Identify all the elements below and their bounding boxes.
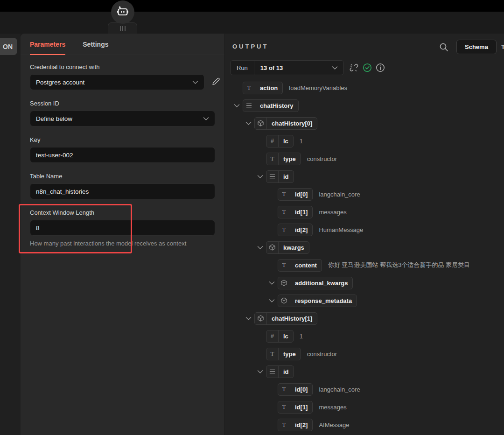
credential-select-value: Postgres account <box>36 79 84 86</box>
parameters-panel: Parameters Settings Credential to connec… <box>21 34 224 435</box>
string-type-icon: T <box>266 348 279 360</box>
tree-key-pill[interactable]: Tid[0] <box>278 188 313 201</box>
output-panel: OUTPUT Schema T Run 13 of 13 <box>224 34 504 435</box>
session-id-select[interactable]: Define below <box>30 111 215 126</box>
unlink-runs-icon[interactable] <box>349 63 358 72</box>
field-context-window-length: Context Window Length How many past inte… <box>30 209 215 247</box>
node-detail-view: ON Parameters Settings Credential to con… <box>0 0 504 435</box>
tree-row: chatHistory[1] <box>225 309 504 327</box>
table-name-label: Table Name <box>30 173 215 180</box>
key-input[interactable] <box>30 147 215 163</box>
table-name-input[interactable] <box>30 183 215 199</box>
input-view-tab-json[interactable]: ON <box>0 38 17 55</box>
node-badge[interactable] <box>111 0 134 24</box>
tree-value: messages <box>319 209 346 216</box>
chevron-down-icon[interactable] <box>269 281 278 285</box>
tree-key-label: id[1] <box>290 209 312 216</box>
chevron-down-icon[interactable] <box>245 121 254 126</box>
search-icon[interactable] <box>439 42 448 52</box>
number-type-icon: # <box>266 330 279 342</box>
output-schema-tree: TactionloadMemoryVariableschatHistorycha… <box>225 79 504 435</box>
tab-settings[interactable]: Settings <box>83 34 108 55</box>
tree-key-label: type <box>279 155 301 162</box>
context-window-length-input[interactable] <box>30 220 215 236</box>
tree-key-pill[interactable]: #lc <box>266 330 294 343</box>
string-type-icon: T <box>278 401 290 413</box>
tree-row: TactionloadMemoryVariables <box>225 79 504 97</box>
chevron-down-icon[interactable] <box>257 175 266 179</box>
run-selector-value: 13 of 13 <box>260 64 332 71</box>
chevron-down-icon[interactable] <box>257 370 266 374</box>
tree-value: messages <box>319 404 346 411</box>
panel-tabs: Parameters Settings <box>21 34 224 55</box>
chevron-down-icon <box>332 66 338 70</box>
json-tab-label: ON <box>3 43 13 50</box>
string-type-icon: T <box>278 384 290 395</box>
tree-row: response_metadata <box>225 292 504 309</box>
context-window-length-help: How many past interactions the model rec… <box>30 239 215 247</box>
chevron-down-icon[interactable] <box>257 246 266 250</box>
robot-icon <box>117 6 129 19</box>
field-table-name: Table Name <box>30 173 215 199</box>
tree-key-pill[interactable]: chatHistory[0] <box>254 117 317 130</box>
tree-key-label: chatHistory[0] <box>267 120 317 127</box>
field-key: Key <box>30 136 215 163</box>
tree-key-pill[interactable]: chatHistory[1] <box>254 312 317 325</box>
tree-key-pill[interactable]: #lc <box>266 135 294 147</box>
run-selector[interactable]: Run 13 of 13 <box>230 60 344 75</box>
tree-key-label: id <box>279 173 294 180</box>
tree-key-pill[interactable]: Ttype <box>266 348 301 360</box>
tree-key-pill[interactable]: Taction <box>243 82 283 94</box>
tab-parameters[interactable]: Parameters <box>30 34 65 55</box>
credential-select[interactable]: Postgres account <box>30 74 204 90</box>
tree-key-pill[interactable]: Tid[2] <box>278 419 313 431</box>
info-icon[interactable] <box>376 63 385 72</box>
tree-key-pill[interactable]: Tid[1] <box>278 206 313 218</box>
tree-key-label: content <box>290 262 322 269</box>
tree-key-pill[interactable]: Tcontent <box>278 259 322 272</box>
tree-key-pill[interactable]: id <box>266 365 294 378</box>
edit-credential-icon[interactable] <box>211 77 220 88</box>
tree-key-pill[interactable]: kwargs <box>266 241 309 254</box>
tree-key-pill[interactable]: Tid[0] <box>278 383 313 396</box>
top-bar <box>0 0 504 12</box>
string-type-icon: T <box>278 189 290 200</box>
parameter-fields: Credential to connect with Postgres acco… <box>21 55 224 247</box>
tree-value: constructor <box>307 155 337 162</box>
tree-row: id <box>225 168 504 185</box>
view-toggle-table-partial[interactable]: T <box>501 43 504 50</box>
session-id-select-value: Define below <box>36 115 72 122</box>
panel-drag-handle[interactable] <box>108 22 137 34</box>
session-id-label: Session ID <box>30 100 215 107</box>
chevron-down-icon[interactable] <box>269 299 278 303</box>
tree-key-pill[interactable]: Tid[1] <box>278 401 313 414</box>
tree-row: Tid[1]messages <box>225 203 504 221</box>
tree-row: Ttypeconstructor <box>225 150 504 168</box>
tree-value: 1 <box>300 333 303 340</box>
string-type-icon: T <box>278 419 290 431</box>
tree-key-pill[interactable]: Tid[2] <box>278 224 313 236</box>
tree-key-label: response_metadata <box>290 297 357 304</box>
tree-key-label: id[2] <box>290 226 312 233</box>
credential-label: Credential to connect with <box>30 63 215 71</box>
string-type-icon: T <box>266 153 279 165</box>
tree-row: Tid[0]langchain_core <box>225 380 504 398</box>
view-toggle-schema[interactable]: Schema <box>456 40 497 54</box>
tree-key-pill[interactable]: additional_kwargs <box>278 277 353 289</box>
tree-row: additional_kwargs <box>225 274 504 292</box>
tree-key-label: id[0] <box>290 386 312 393</box>
tree-key-pill[interactable]: response_metadata <box>278 295 357 307</box>
chevron-down-icon[interactable] <box>245 316 254 321</box>
tree-row: Tid[2]AIMessage <box>225 416 504 434</box>
success-check-icon <box>363 63 372 72</box>
key-label: Key <box>30 136 215 144</box>
tree-key-pill[interactable]: Ttype <box>266 153 301 165</box>
tree-row: Ttypeconstructor <box>225 345 504 363</box>
tree-key-pill[interactable]: chatHistory <box>243 99 299 112</box>
tree-key-label: id[1] <box>290 404 312 411</box>
number-type-icon: # <box>266 135 279 147</box>
tree-value: 1 <box>300 138 303 145</box>
tree-key-pill[interactable]: id <box>266 170 294 183</box>
chevron-down-icon[interactable] <box>234 104 243 108</box>
tree-value: 你好 亚马逊美国站 帮我选3个适合新手的品 家居类目 <box>328 261 470 269</box>
